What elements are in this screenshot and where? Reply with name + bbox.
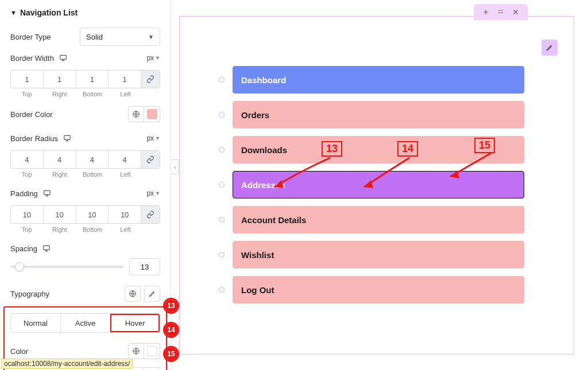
link-values-button[interactable] (141, 71, 160, 88)
svg-point-12 (498, 12, 500, 13)
padding-label: Padding (10, 189, 38, 198)
link-values-button[interactable] (141, 151, 160, 168)
tab-active[interactable]: Active (61, 314, 111, 332)
svg-point-11 (502, 10, 503, 11)
border-radius-label: Border Radius (10, 134, 58, 143)
border-type-select[interactable]: Solid ▼ (80, 28, 160, 46)
plus-icon[interactable] (481, 7, 491, 17)
svg-point-10 (500, 10, 501, 11)
border-color-swatch[interactable] (144, 106, 160, 122)
nav-row: Log Out (219, 276, 524, 303)
globe-icon[interactable] (125, 286, 141, 302)
svg-point-14 (502, 12, 503, 13)
padding-right[interactable]: 10 (44, 206, 76, 223)
border-color-label: Border Color (10, 110, 53, 119)
border-width-unit[interactable]: px▼ (146, 54, 160, 62)
nav-row: Addresses (219, 171, 524, 198)
svg-point-9 (498, 10, 500, 11)
border-radius-unit[interactable]: px▼ (146, 134, 160, 142)
padding-left[interactable]: 10 (109, 206, 141, 223)
border-width-left[interactable]: 1 (109, 71, 141, 88)
status-url: ocalhost:10008/my-account/edit-address/ (1, 359, 133, 369)
row-handle-icon[interactable] (219, 217, 225, 223)
callout-badge-13: 13 (163, 298, 179, 314)
nav-item-logout[interactable]: Log Out (233, 276, 524, 303)
spacing-slider[interactable] (10, 266, 123, 268)
callout-badge-14: 14 (163, 322, 179, 338)
border-radius-top[interactable]: 4 (11, 151, 44, 168)
annotation-14: 14 (397, 141, 418, 157)
nav-row: Account Details (219, 206, 524, 233)
preview-canvas: Dashboard Orders Downloads Addresses Acc… (179, 16, 574, 355)
border-width-label: Border Width (10, 54, 54, 63)
drag-icon[interactable] (496, 7, 506, 17)
padding-unit[interactable]: px▼ (146, 189, 160, 197)
nav-row: Wishlist (219, 241, 524, 268)
row-handle-icon[interactable] (219, 112, 225, 118)
svg-rect-0 (60, 55, 67, 59)
widget-toolbar (474, 4, 528, 20)
state-tabs: Normal Active Hover (10, 313, 160, 333)
nav-item-addresses[interactable]: Addresses (233, 171, 524, 198)
nav-row: Orders (219, 101, 524, 128)
nav-item-orders[interactable]: Orders (233, 101, 524, 128)
padding-bottom[interactable]: 10 (76, 206, 109, 223)
padding-inputs: 10 10 10 10 (10, 205, 160, 224)
section-header[interactable]: ▼ Navigation List (10, 8, 160, 17)
nav-item-wishlist[interactable]: Wishlist (233, 241, 524, 268)
row-handle-icon[interactable] (219, 147, 225, 153)
section-title: Navigation List (20, 8, 78, 17)
row-handle-icon[interactable] (219, 182, 225, 188)
settings-panel: ▼ Navigation List Border Type Solid ▼ Bo… (0, 0, 171, 370)
annotation-15: 15 (474, 138, 495, 153)
chevron-down-icon: ▼ (148, 34, 154, 40)
edit-widget-button[interactable] (541, 40, 558, 56)
nav-item-dashboard[interactable]: Dashboard (233, 66, 524, 94)
border-width-inputs: 1 1 1 1 (10, 70, 160, 88)
padding-top[interactable]: 10 (11, 206, 44, 223)
border-radius-left[interactable]: 4 (109, 151, 141, 168)
border-width-top[interactable]: 1 (11, 71, 44, 88)
border-radius-inputs: 4 4 4 4 (10, 150, 160, 169)
link-values-button[interactable] (141, 206, 160, 223)
spacing-slider-thumb[interactable] (15, 262, 24, 271)
globe-icon[interactable] (128, 106, 144, 122)
nav-list: Dashboard Orders Downloads Addresses Acc… (219, 66, 524, 303)
svg-point-13 (500, 12, 501, 13)
hover-bg-swatch[interactable] (144, 367, 160, 370)
border-type-label: Border Type (10, 33, 51, 41)
desktop-icon[interactable] (42, 244, 51, 253)
svg-rect-3 (44, 190, 50, 194)
typography-label: Typography (10, 290, 49, 298)
nav-row: Dashboard (219, 66, 524, 94)
hover-color-label: Color (10, 347, 28, 356)
annotation-13: 13 (322, 141, 342, 157)
border-type-value: Solid (86, 33, 103, 41)
border-radius-bottom[interactable]: 4 (76, 151, 109, 168)
row-handle-icon[interactable] (219, 77, 225, 83)
row-handle-icon[interactable] (219, 287, 225, 293)
nav-item-account-details[interactable]: Account Details (233, 206, 524, 233)
callout-badge-15: 15 (163, 346, 179, 362)
hover-color-swatch[interactable] (144, 343, 160, 359)
pencil-icon[interactable] (144, 286, 160, 302)
border-width-right[interactable]: 1 (44, 71, 76, 88)
tab-hover[interactable]: Hover (110, 314, 160, 332)
svg-rect-2 (64, 135, 71, 139)
spacing-value[interactable]: 13 (129, 258, 160, 275)
panel-collapse-handle[interactable]: ‹ (171, 159, 179, 174)
desktop-icon[interactable] (42, 189, 52, 198)
desktop-icon[interactable] (63, 134, 72, 143)
row-handle-icon[interactable] (219, 252, 225, 258)
border-width-bottom[interactable]: 1 (76, 71, 109, 88)
svg-rect-4 (44, 246, 50, 250)
border-radius-right[interactable]: 4 (44, 151, 76, 168)
spacing-label: Spacing (10, 244, 37, 253)
caret-down-icon: ▼ (10, 9, 17, 16)
tab-normal[interactable]: Normal (11, 314, 61, 332)
globe-icon[interactable] (128, 343, 144, 359)
close-icon[interactable] (510, 7, 521, 17)
desktop-icon[interactable] (59, 53, 68, 63)
